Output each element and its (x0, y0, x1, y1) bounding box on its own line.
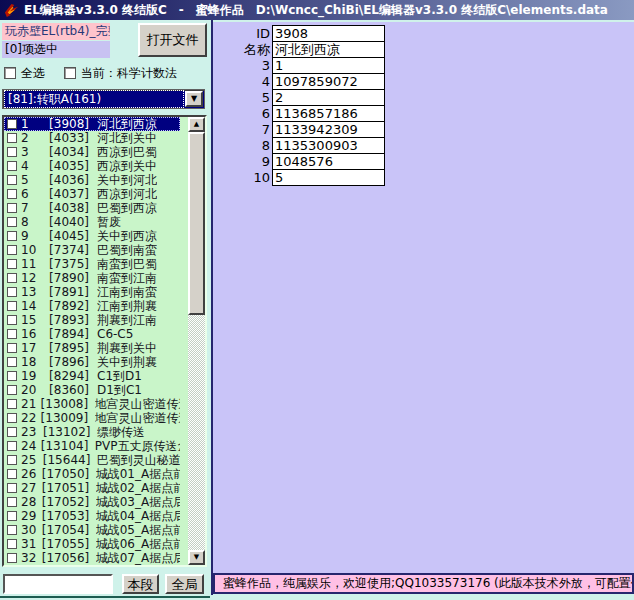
list-item[interactable]: 25 [15644] 巴蜀到灵山秘道 (4, 453, 180, 467)
item-checkbox[interactable] (7, 371, 17, 381)
list-item[interactable]: 6 [4037] 西凉到河北 (4, 187, 180, 201)
item-checkbox[interactable] (7, 287, 17, 297)
list-item[interactable]: 4 [4035] 西凉到关中 (4, 159, 180, 173)
field-input[interactable] (272, 169, 385, 186)
list-item[interactable]: 12 [7890] 南蛮到江南 (4, 271, 180, 285)
item-checkbox[interactable] (7, 245, 17, 255)
scroll-up-icon[interactable]: ▲ (188, 117, 205, 132)
scientific-notation-checkbox[interactable] (64, 67, 76, 79)
list-item[interactable]: 16 [7894] C6-C5 (4, 327, 180, 341)
item-checkbox[interactable] (7, 539, 17, 549)
list-item[interactable]: 19 [8294] C1到D1 (4, 369, 180, 383)
select-all-row: 全选 (4, 66, 45, 80)
list-item[interactable]: 8 [4040] 暂废 (4, 215, 180, 229)
list-item[interactable]: 27 [17051] 城战02_A据点前 (4, 481, 180, 495)
category-dropdown[interactable]: [81]:转职A(161) ▼ (2, 89, 205, 109)
item-checkbox[interactable] (7, 399, 17, 409)
item-checkbox[interactable] (7, 133, 17, 143)
form-row: 4 (213, 73, 385, 90)
item-checkbox[interactable] (7, 203, 17, 213)
item-checkbox[interactable] (7, 147, 17, 157)
list-item[interactable]: 3 [4034] 西凉到巴蜀 (4, 145, 180, 159)
section-search-button[interactable]: 本段 (122, 574, 159, 594)
list-item[interactable]: 29 [17053] 城战04_A据点后 (4, 509, 180, 523)
item-id: [4034] (43, 145, 89, 159)
field-input[interactable] (272, 41, 385, 58)
scroll-down-icon[interactable]: ▼ (188, 550, 205, 565)
list-item[interactable]: 17 [7895] 荆襄到关中 (4, 341, 180, 355)
item-checkbox[interactable] (7, 119, 17, 129)
list-scrollbar[interactable]: ▲ ▼ (188, 117, 205, 565)
search-input[interactable] (3, 574, 113, 594)
item-checkbox[interactable] (7, 497, 17, 507)
field-input[interactable] (272, 25, 385, 42)
list-item[interactable]: 18 [7896] 关中到荆襄 (4, 355, 180, 369)
item-checkbox[interactable] (7, 315, 17, 325)
list-item[interactable]: 2 [4033] 河北到关中 (4, 131, 180, 145)
field-input[interactable] (272, 57, 385, 74)
list-item[interactable]: 26 [17050] 城战01_A据点前 (4, 467, 180, 481)
item-checkbox[interactable] (7, 441, 17, 451)
item-checkbox[interactable] (7, 511, 17, 521)
list-item[interactable]: 31 [17055] 城战06_A据点前 (4, 537, 180, 551)
list-item[interactable]: 32 [17056] 城战07_A据点后 (4, 551, 180, 565)
list-item[interactable]: 21 [13008] 地宫灵山密道传送 (4, 397, 180, 411)
item-checkbox[interactable] (7, 301, 17, 311)
global-search-button[interactable]: 全局 (165, 574, 204, 594)
list-item[interactable]: 13 [7891] 江南到南蛮 (4, 285, 180, 299)
list-item[interactable]: 22 [13009] 地宫灵山密道传送 (4, 411, 180, 425)
item-name: 南蛮到巴蜀 (97, 257, 157, 271)
list-item[interactable]: 15 [7893] 荆襄到江南 (4, 313, 180, 327)
item-checkbox[interactable] (7, 357, 17, 367)
item-name: 暂废 (97, 215, 121, 229)
item-checkbox[interactable] (7, 259, 17, 269)
open-file-button[interactable]: 打开文件 (138, 23, 207, 57)
item-checkbox[interactable] (7, 469, 17, 479)
list-item[interactable]: 20 [8360] D1到C1 (4, 383, 180, 397)
list-item[interactable]: 9 [4045] 关中到西凉 (4, 229, 180, 243)
field-input[interactable] (272, 153, 385, 170)
field-input[interactable] (272, 121, 385, 138)
item-number: 27 (21, 481, 42, 495)
item-checkbox[interactable] (7, 189, 17, 199)
scrollbar-thumb[interactable] (188, 132, 205, 315)
item-checkbox[interactable] (7, 385, 17, 395)
item-checkbox[interactable] (7, 161, 17, 171)
item-checkbox[interactable] (7, 413, 17, 423)
dropdown-arrow-icon[interactable]: ▼ (185, 91, 203, 107)
item-name: 城战05_A据点前 (96, 523, 180, 537)
item-name: 缥缈传送 (97, 425, 145, 439)
property-form: ID 名称 3 4 5 6 7 8 9 10 (213, 25, 385, 186)
list-item[interactable]: 11 [7375] 南蛮到巴蜀 (4, 257, 180, 271)
notation-row: 当前：科学计数法 (64, 66, 177, 80)
list-item[interactable]: 7 [4038] 巴蜀到西凉 (4, 201, 180, 215)
field-input[interactable] (272, 105, 385, 122)
item-number: 22 (21, 411, 41, 425)
item-checkbox[interactable] (7, 343, 17, 353)
item-checkbox[interactable] (7, 231, 17, 241)
item-checkbox[interactable] (7, 329, 17, 339)
field-input[interactable] (272, 73, 385, 90)
list-item[interactable]: 10 [7374] 巴蜀到南蛮 (4, 243, 180, 257)
list-item[interactable]: 30 [17054] 城战05_A据点前 (4, 523, 180, 537)
item-checkbox[interactable] (7, 273, 17, 283)
list-item[interactable]: 14 [7892] 江南到荆襄 (4, 299, 180, 313)
item-checkbox[interactable] (7, 455, 17, 465)
list-item[interactable]: 5 [4036] 关中到河北 (4, 173, 180, 187)
item-checkbox[interactable] (7, 525, 17, 535)
field-input[interactable] (272, 89, 385, 106)
item-checkbox[interactable] (7, 553, 17, 563)
item-number: 28 (21, 495, 42, 509)
item-id: [17051] (42, 481, 88, 495)
item-checkbox[interactable] (7, 483, 17, 493)
field-input[interactable] (272, 137, 385, 154)
list-item[interactable]: 24 [13104] PVP五丈原传送盒 (4, 439, 180, 453)
item-checkbox[interactable] (7, 217, 17, 227)
select-all-checkbox[interactable] (4, 67, 16, 79)
item-checkbox[interactable] (7, 427, 17, 437)
list-item[interactable]: 1 [3908] 河北到西凉 (4, 117, 180, 131)
item-checkbox[interactable] (7, 175, 17, 185)
list-item[interactable]: 28 [17052] 城战03_A据点后 (4, 495, 180, 509)
list-item[interactable]: 23 [13102] 缥缈传送 (4, 425, 180, 439)
element-list[interactable]: 1 [3908] 河北到西凉 2 [4033] 河北到关中 3 [4034] 西… (2, 115, 207, 567)
